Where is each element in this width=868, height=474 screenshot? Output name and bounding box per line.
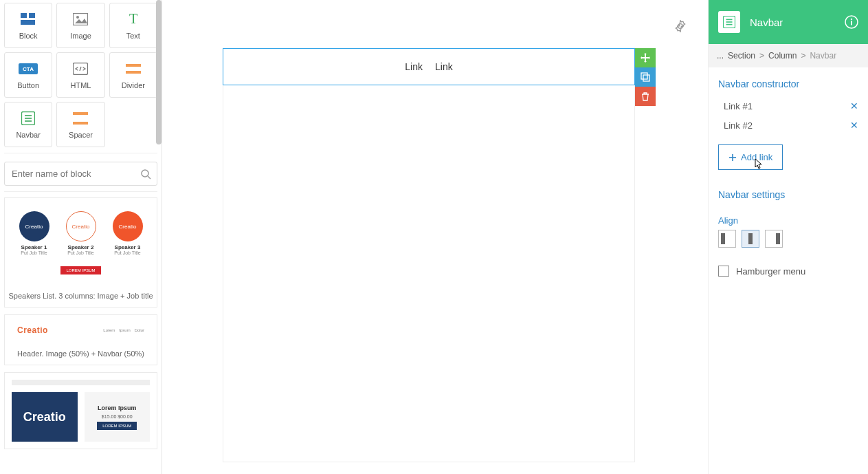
scrollbar[interactable] bbox=[156, 0, 162, 144]
template-caption: Speakers List. 3 columns: Image + Job ti… bbox=[5, 288, 157, 307]
chevron-right-icon: > bbox=[801, 51, 805, 61]
mini-nav-item: Dolor bbox=[135, 328, 144, 332]
product-price: $15.00 $00.00 bbox=[102, 414, 133, 419]
tool-image[interactable]: Image bbox=[56, 3, 104, 48]
checkbox[interactable] bbox=[718, 266, 729, 277]
button-icon: CTA bbox=[19, 61, 38, 77]
svg-rect-2 bbox=[21, 20, 35, 25]
speaker-name: Speaker 3 bbox=[115, 244, 141, 250]
panel-header: Navbar bbox=[709, 0, 868, 44]
link-item[interactable]: Link #1 ✕ bbox=[724, 96, 858, 116]
hamburger-option[interactable]: Hamburger menu bbox=[718, 266, 858, 277]
panel-title: Navbar bbox=[750, 17, 783, 28]
hamburger-label: Hamburger menu bbox=[736, 266, 805, 277]
align-center[interactable] bbox=[742, 230, 759, 248]
element-actions bbox=[635, 48, 656, 106]
right-panel: Navbar ... Section > Column > Navbar Nav… bbox=[708, 0, 868, 474]
constructor-title: Navbar constructor bbox=[718, 78, 858, 89]
svg-rect-11 bbox=[126, 71, 141, 74]
speaker-name: Speaker 2 bbox=[68, 244, 94, 250]
tool-label: Divider bbox=[122, 81, 145, 89]
breadcrumb-item[interactable]: Column bbox=[768, 51, 797, 61]
text-icon: T bbox=[126, 11, 140, 28]
speaker-title: Put Job Title bbox=[67, 250, 94, 255]
link-item[interactable]: Link #2 ✕ bbox=[724, 116, 858, 135]
template-header[interactable]: Creatio Lorem Ipsum Dolor Header. Image … bbox=[4, 314, 157, 365]
svg-line-9 bbox=[80, 67, 81, 71]
tool-block[interactable]: Block bbox=[4, 3, 52, 48]
navbar-element[interactable]: Link Link bbox=[223, 48, 635, 85]
tool-navbar[interactable]: Navbar bbox=[4, 102, 52, 147]
speaker-name: Speaker 1 bbox=[21, 244, 47, 250]
add-link-label: Add link bbox=[741, 152, 772, 162]
left-sidebar: Block Image T Text CTA Button bbox=[0, 0, 162, 474]
svg-rect-0 bbox=[21, 13, 27, 18]
tool-text[interactable]: T Text bbox=[109, 3, 157, 48]
move-handle[interactable] bbox=[635, 48, 656, 67]
align-left[interactable] bbox=[718, 230, 736, 248]
template-speakers[interactable]: Creatio Speaker 1 Put Job Title Creatio … bbox=[4, 197, 157, 308]
divider bbox=[4, 153, 157, 153]
align-group bbox=[718, 230, 858, 248]
align-right[interactable] bbox=[765, 230, 783, 248]
tool-label: Block bbox=[19, 32, 38, 40]
block-search[interactable] bbox=[4, 162, 157, 186]
block-icon bbox=[21, 11, 36, 28]
delete-button[interactable] bbox=[635, 87, 656, 106]
remove-icon[interactable]: ✕ bbox=[850, 100, 858, 111]
logo-icon: Creatio bbox=[19, 211, 49, 241]
speaker-title: Put Job Title bbox=[21, 250, 47, 255]
html-icon bbox=[73, 61, 88, 77]
tool-divider[interactable]: Divider bbox=[109, 52, 157, 98]
tool-spacer[interactable]: Spacer bbox=[56, 102, 104, 147]
add-link-button[interactable]: Add link bbox=[718, 144, 783, 170]
navbar-link[interactable]: Link bbox=[405, 61, 423, 72]
svg-point-4 bbox=[76, 16, 79, 19]
svg-point-18 bbox=[142, 170, 148, 177]
tool-html[interactable]: HTML bbox=[56, 52, 104, 98]
gear-icon[interactable] bbox=[674, 19, 687, 33]
align-title: Align bbox=[718, 215, 858, 226]
link-list: Link #1 ✕ Link #2 ✕ bbox=[724, 96, 858, 135]
svg-rect-10 bbox=[126, 64, 141, 67]
tool-label: Image bbox=[70, 32, 91, 40]
navbar-link[interactable]: Link bbox=[435, 61, 453, 72]
breadcrumb-prefix: ... bbox=[717, 51, 724, 61]
remove-icon[interactable]: ✕ bbox=[850, 120, 858, 131]
template-preview: Creatio Lorem Ipsum Dolor bbox=[5, 315, 157, 345]
link-label: Link #2 bbox=[724, 120, 753, 131]
svg-rect-16 bbox=[73, 112, 88, 115]
tool-palette: Block Image T Text CTA Button bbox=[4, 0, 157, 147]
divider bbox=[4, 191, 157, 192]
tool-label: Navbar bbox=[16, 131, 40, 139]
breadcrumb-current: Navbar bbox=[810, 51, 836, 61]
search-input[interactable] bbox=[5, 162, 157, 185]
svg-rect-1 bbox=[29, 13, 35, 18]
spacer-icon bbox=[73, 110, 88, 127]
mini-nav-item: Ipsum bbox=[119, 328, 130, 332]
logo-block: Creatio bbox=[12, 392, 78, 442]
template-product[interactable]: Creatio Lorem Ipsum $15.00 $00.00 LOREM … bbox=[4, 372, 157, 449]
info-icon[interactable] bbox=[845, 15, 858, 29]
template-caption: Header. Image (50%) + Navbar (50%) bbox=[5, 345, 157, 365]
breadcrumb: ... Section > Column > Navbar bbox=[709, 44, 868, 67]
svg-rect-28 bbox=[851, 21, 852, 25]
product-title: Lorem Ipsum bbox=[98, 405, 137, 411]
chevron-right-icon: > bbox=[759, 51, 764, 61]
speaker-title: Put Job Title bbox=[114, 250, 141, 255]
logo-icon: Creatio bbox=[66, 211, 96, 241]
logo-text: Creatio bbox=[17, 325, 48, 335]
svg-text:CTA: CTA bbox=[23, 66, 34, 72]
svg-text:T: T bbox=[129, 12, 137, 26]
svg-point-27 bbox=[851, 19, 852, 20]
svg-rect-17 bbox=[73, 122, 88, 125]
mini-nav-item: Lorem bbox=[103, 328, 115, 332]
template-preview: Creatio Lorem Ipsum $15.00 $00.00 LOREM … bbox=[5, 373, 157, 449]
navbar-icon bbox=[718, 11, 740, 33]
canvas: Link Link bbox=[162, 0, 708, 474]
page-body[interactable] bbox=[223, 85, 635, 462]
tool-button[interactable]: CTA Button bbox=[4, 52, 52, 98]
link-label: Link #1 bbox=[724, 101, 753, 111]
breadcrumb-item[interactable]: Section bbox=[728, 51, 755, 61]
copy-button[interactable] bbox=[635, 67, 656, 87]
